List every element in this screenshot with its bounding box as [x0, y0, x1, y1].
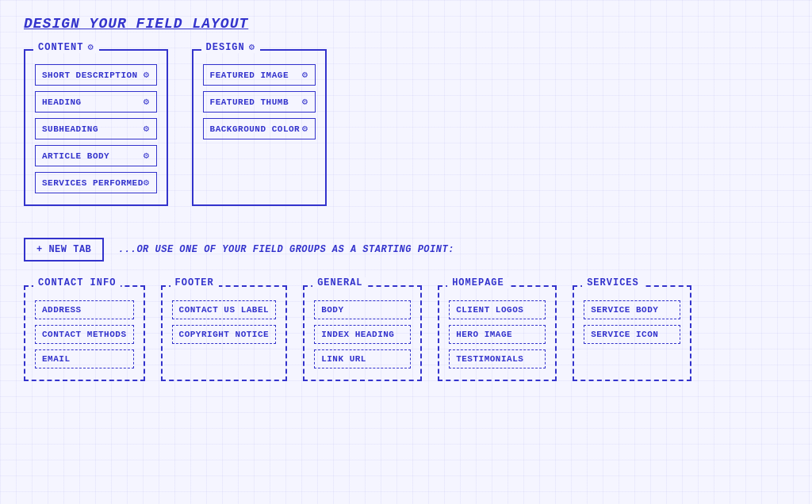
- featured-thumb-gear-icon[interactable]: ⚙: [302, 96, 308, 108]
- footer-label: FOOTER: [170, 277, 219, 288]
- general-group: GENERAL BODY INDEX HEADING LINK URL: [303, 285, 422, 381]
- field-testimonials[interactable]: TESTIMONIALS: [449, 349, 546, 368]
- heading-gear-icon[interactable]: ⚙: [144, 96, 150, 108]
- field-featured-image[interactable]: FEATURED IMAGE ⚙: [203, 64, 316, 86]
- bottom-groups-container: CONTACT INFO ADDRESS CONTACT METHODS EMA…: [24, 285, 788, 381]
- field-body[interactable]: BODY: [314, 300, 411, 319]
- contact-info-group: CONTACT INFO ADDRESS CONTACT METHODS EMA…: [24, 285, 145, 381]
- field-short-description[interactable]: SHORT DESCRIPTION ⚙: [35, 64, 157, 86]
- footer-group: FOOTER CONTACT US LABEL COPYRIGHT NOTICE: [161, 285, 288, 381]
- field-services-performed[interactable]: SERVICES PERFORMED ⚙: [35, 172, 157, 193]
- short-desc-gear-icon[interactable]: ⚙: [144, 69, 150, 81]
- field-service-icon[interactable]: SERVICE ICON: [584, 325, 680, 344]
- design-group-label: DESIGN ⚙: [201, 41, 260, 53]
- field-address[interactable]: ADDRESS: [35, 300, 134, 319]
- services-group: SERVICES SERVICE BODY SERVICE ICON: [573, 285, 691, 381]
- field-featured-thumb[interactable]: FEATURED THUMB ⚙: [203, 91, 316, 113]
- field-link-url[interactable]: LINK URL: [314, 349, 411, 368]
- field-index-heading[interactable]: INDEX HEADING: [314, 325, 411, 344]
- background-color-gear-icon[interactable]: ⚙: [302, 123, 308, 135]
- field-background-color[interactable]: BACKGROUND COLOR ⚙: [203, 118, 316, 139]
- homepage-label: HOMEPAGE: [447, 277, 509, 288]
- field-heading[interactable]: HEADING ⚙: [35, 91, 157, 113]
- services-label: SERVICES: [582, 277, 644, 288]
- services-performed-gear-icon[interactable]: ⚙: [144, 177, 150, 189]
- content-group-label: CONTENT ⚙: [33, 41, 99, 53]
- field-hero-image[interactable]: HERO IMAGE: [449, 325, 546, 344]
- top-groups-container: CONTENT ⚙ SHORT DESCRIPTION ⚙ HEADING ⚙ …: [24, 49, 788, 206]
- general-label: GENERAL: [312, 277, 367, 288]
- field-copyright-notice[interactable]: COPYRIGHT NOTICE: [172, 325, 277, 344]
- or-text: ...OR USE ONE OF YOUR FIELD GROUPS AS A …: [118, 244, 454, 255]
- content-group: CONTENT ⚙ SHORT DESCRIPTION ⚙ HEADING ⚙ …: [24, 49, 168, 206]
- field-article-body[interactable]: ARTICLE BODY ⚙: [35, 145, 157, 166]
- contact-info-label: CONTACT INFO: [33, 277, 121, 288]
- homepage-group: HOMEPAGE CLIENT LOGOS HERO IMAGE TESTIMO…: [438, 285, 557, 381]
- field-contact-us-label[interactable]: CONTACT US LABEL: [172, 300, 277, 319]
- bottom-action-row: + NEW TAB ...OR USE ONE OF YOUR FIELD GR…: [24, 238, 788, 262]
- design-gear-icon[interactable]: ⚙: [249, 41, 255, 53]
- field-email[interactable]: EMAIL: [35, 349, 134, 368]
- featured-image-gear-icon[interactable]: ⚙: [302, 69, 308, 81]
- field-contact-methods[interactable]: CONTACT METHODS: [35, 325, 134, 344]
- content-gear-icon[interactable]: ⚙: [87, 41, 94, 53]
- article-body-gear-icon[interactable]: ⚙: [144, 150, 150, 162]
- field-service-body[interactable]: SERVICE BODY: [584, 300, 680, 319]
- field-client-logos[interactable]: CLIENT LOGOS: [449, 300, 546, 319]
- design-group: DESIGN ⚙ FEATURED IMAGE ⚙ FEATURED THUMB…: [192, 49, 327, 206]
- subheading-gear-icon[interactable]: ⚙: [144, 123, 150, 135]
- new-tab-button[interactable]: + NEW TAB: [24, 238, 104, 262]
- field-subheading[interactable]: SUBHEADING ⚙: [35, 118, 157, 139]
- page-title: DESIGN YOUR FIELD LAYOUT: [24, 16, 788, 32]
